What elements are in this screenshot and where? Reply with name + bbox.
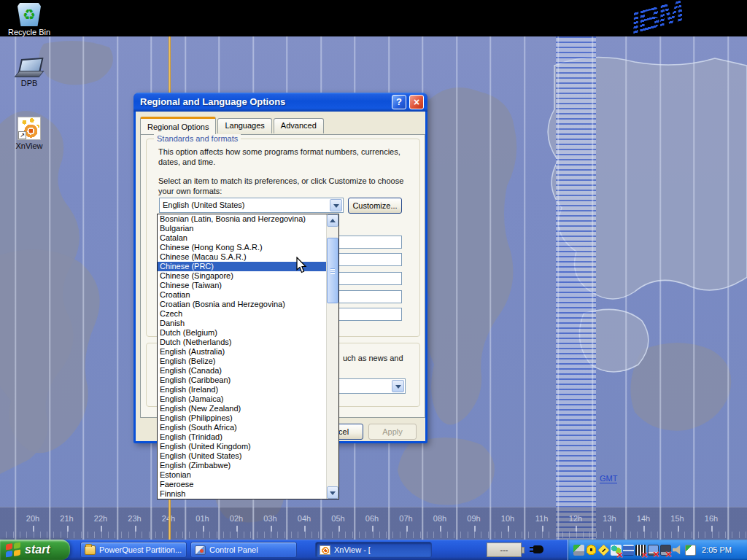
close-button[interactable]: × (409, 95, 424, 109)
format-combobox[interactable]: English (United States) (159, 198, 344, 213)
taskbar-button-label: PowerQuest Partition... (99, 545, 182, 554)
taskbar-button[interactable]: PowerQuest Partition... (80, 542, 187, 558)
taskbar-button-label: XnView - [ (334, 545, 371, 554)
security-alert-icon[interactable] (597, 544, 610, 556)
language-option[interactable]: Estonian (158, 470, 326, 480)
timezone-label: 23h (120, 514, 150, 523)
display-error-icon[interactable] (648, 545, 659, 556)
language-option[interactable]: Bosnian (Latin, Bosnia and Herzegovina) (158, 214, 326, 224)
language-option[interactable]: English (Belize) (158, 357, 326, 366)
taskbar: start PowerQuest Partition...Control Pan… (0, 540, 747, 560)
start-label: start (25, 543, 50, 556)
customize-button[interactable]: Customize... (348, 198, 402, 214)
timezone-label: 15h (662, 514, 693, 523)
network-icon[interactable] (623, 545, 634, 556)
language-option[interactable]: English (Jamaica) (158, 394, 326, 404)
windows-logo-icon (6, 542, 20, 558)
xnview-icon: ↗ (18, 117, 41, 140)
language-option[interactable]: Finnish (158, 489, 326, 499)
scheduler-icon[interactable] (685, 545, 696, 556)
gmt-label: GMT (600, 474, 617, 483)
scrollbar-thumb[interactable] (327, 238, 338, 303)
taskbar-button[interactable]: XnView - [ (315, 542, 432, 558)
language-option[interactable]: Catalan (158, 233, 326, 243)
desktop-icon-xnview[interactable]: ↗ XnView (6, 117, 53, 150)
language-option[interactable]: Dutch (Belgium) (158, 328, 326, 338)
control-panel-icon (195, 545, 206, 555)
language-option[interactable]: English (Caribbean) (158, 376, 326, 385)
standards-instruction: Select an item to match its preferences,… (158, 176, 415, 196)
signal-disabled-icon[interactable] (635, 545, 646, 556)
language-option[interactable]: Dutch (Netherlands) (158, 338, 326, 347)
language-option[interactable]: English (Trinidad) (158, 432, 326, 442)
timezone-label: 06h (357, 514, 387, 523)
icon-label: XnView (6, 141, 53, 150)
battery-nub (522, 547, 525, 553)
xnview-icon (320, 545, 330, 555)
language-option[interactable]: English (Philippines) (158, 413, 326, 423)
dialog-tab[interactable]: Languages (217, 118, 271, 133)
language-option[interactable]: English (Australia) (158, 347, 326, 357)
help-button[interactable]: ? (392, 95, 406, 109)
eject-hardware-icon[interactable] (573, 545, 584, 556)
language-option[interactable]: Bulgarian (158, 224, 326, 233)
language-option[interactable]: Czech (158, 309, 326, 319)
language-option[interactable]: Croatian (158, 290, 326, 300)
language-option[interactable]: Faeroese (158, 480, 326, 489)
timezone-label: 13h (595, 514, 625, 523)
language-option[interactable]: English (Canada) (158, 366, 326, 376)
dialog-tab[interactable]: Regional Options (140, 117, 216, 134)
battery-text: --- (500, 545, 508, 554)
volume-icon[interactable] (673, 545, 684, 556)
scrollbar[interactable] (326, 214, 338, 499)
language-option[interactable]: Chinese (Taiwan) (158, 281, 326, 290)
taskbar-button-label: Control Panel (209, 545, 258, 554)
desktop: GMT 20h21h22h23h24h01h02h03h04h05h06h07h… (0, 0, 747, 560)
timezone-label: 16h (696, 514, 727, 523)
remote-muted-icon[interactable] (660, 545, 671, 556)
combobox-value: English (United States) (163, 201, 245, 209)
messenger-offline-icon[interactable] (611, 545, 622, 556)
timezone-label: 05h (323, 514, 354, 523)
timezone-label: 14h (628, 514, 659, 523)
dialog-titlebar[interactable]: Regional and Language Options ? × (133, 93, 427, 112)
clock[interactable]: 2:05 PM (702, 545, 732, 554)
mouse-cursor (296, 257, 309, 276)
timezone-label: 08h (425, 514, 455, 523)
shortcut-arrow-icon: ↗ (18, 131, 26, 139)
icon-label: DPB (6, 79, 53, 88)
taskbar-buttons: PowerQuest Partition...Control PanelXnVi… (80, 542, 436, 558)
language-option[interactable]: English (Ireland) (158, 385, 326, 394)
start-button[interactable]: start (0, 540, 70, 560)
dialog-tab[interactable]: Advanced (274, 118, 324, 133)
ibm-logo: IBM (629, 0, 685, 42)
combobox-dropdown-button[interactable] (330, 199, 342, 211)
language-option[interactable]: English (United Kingdom) (158, 442, 326, 451)
language-option[interactable]: Croatian (Bosnia and Herzegovina) (158, 300, 326, 309)
recycle-bin-icon: ♻ (18, 3, 41, 26)
battery-indicator: --- (487, 542, 522, 557)
recycle-glyph-icon: ♻ (18, 3, 41, 26)
standards-description: This option affects how some programs fo… (158, 147, 415, 167)
desktop-icon-dpb[interactable]: DPB (6, 58, 53, 88)
combobox-dropdown-button[interactable] (392, 380, 404, 392)
laptop-icon (17, 58, 42, 77)
language-option[interactable]: English (South Africa) (158, 423, 326, 432)
tray-icons (573, 545, 696, 556)
timezone-label: 10h (492, 514, 523, 523)
language-option[interactable]: English (United States) (158, 451, 326, 461)
desktop-icon-recycle-bin[interactable]: ♻ Recycle Bin (6, 3, 53, 36)
language-option[interactable]: English (Zimbabwe) (158, 461, 326, 470)
modem-icon[interactable] (586, 545, 597, 556)
language-option[interactable]: Chinese (Hong Kong S.A.R.) (158, 243, 326, 252)
language-option[interactable]: Danish (158, 319, 326, 328)
scroll-down-button[interactable] (327, 486, 338, 499)
timezone-label: 03h (255, 514, 286, 523)
language-option[interactable]: English (New Zealand) (158, 404, 326, 413)
scroll-up-button[interactable] (327, 214, 338, 227)
arrow-up-icon (330, 219, 336, 222)
timezone-label: 07h (391, 514, 422, 523)
taskbar-button[interactable]: Control Panel (190, 542, 297, 558)
timezone-label: 20h (18, 514, 48, 523)
timezone-label: 21h (52, 514, 82, 523)
